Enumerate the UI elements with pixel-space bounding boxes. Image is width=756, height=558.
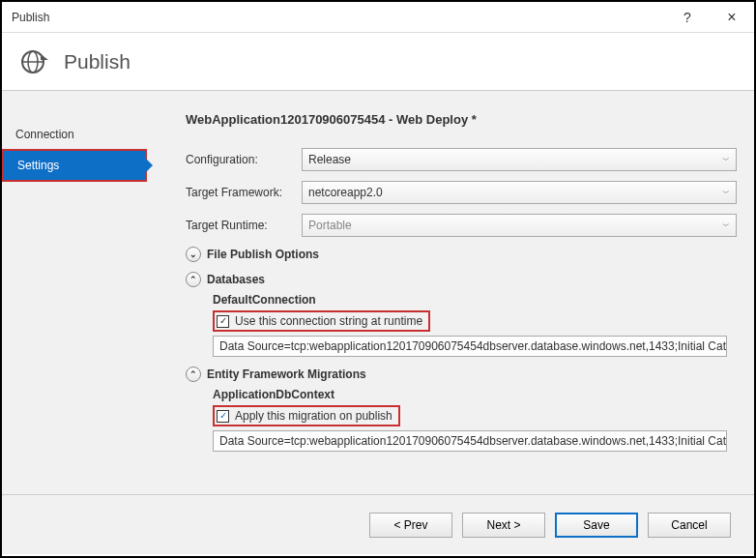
chevron-down-icon: ﹀ — [722, 188, 730, 198]
default-connection-title: DefaultConnection — [213, 293, 737, 307]
file-publish-title: File Publish Options — [207, 248, 319, 261]
ef-migrations-title: Entity Framework Migrations — [207, 367, 366, 381]
header-title: Publish — [64, 50, 131, 73]
databases-title: Databases — [207, 273, 265, 286]
dialog-body: Connection Settings WebApplication120170… — [2, 91, 754, 494]
use-connection-checkbox[interactable]: ✓ — [217, 315, 229, 328]
prev-button[interactable]: < Prev — [369, 513, 452, 538]
chevron-down-icon: ⌄ — [186, 247, 201, 262]
apply-migration-row[interactable]: ✓ Apply this migration on publish — [213, 405, 400, 426]
content-panel: WebApplication120170906075454 - Web Depl… — [147, 91, 754, 494]
use-connection-string-row[interactable]: ✓ Use this connection string at runtime — [213, 310, 430, 332]
sidebar: Connection Settings — [2, 91, 147, 494]
default-connection-input[interactable]: Data Source=tcp:webapplication1201709060… — [213, 336, 727, 357]
header: Publish — [2, 33, 754, 91]
window-title: Publish — [12, 11, 665, 24]
ef-migrations-section: ⌃ Entity Framework Migrations Applicatio… — [186, 367, 737, 452]
chevron-down-icon: ﹀ — [722, 220, 730, 231]
globe-publish-icon — [19, 46, 50, 77]
chevron-up-icon: ⌃ — [186, 367, 201, 382]
footer: < Prev Next > Save Cancel — [2, 494, 754, 554]
runtime-row: Target Runtime: Portable ﹀ — [186, 214, 737, 237]
runtime-value: Portable — [308, 219, 352, 232]
file-publish-header[interactable]: ⌄ File Publish Options — [186, 247, 737, 262]
configuration-select[interactable]: Release ﹀ — [302, 148, 737, 171]
nav-settings[interactable]: Settings — [2, 149, 147, 182]
framework-label: Target Framework: — [186, 186, 302, 199]
framework-select[interactable]: netcoreapp2.0 ﹀ — [302, 181, 737, 204]
configuration-value: Release — [308, 153, 351, 166]
configuration-row: Configuration: Release ﹀ — [186, 148, 737, 171]
apply-migration-checkbox[interactable]: ✓ — [217, 410, 229, 423]
close-button[interactable]: × — [710, 2, 754, 33]
databases-header[interactable]: ⌃ Databases — [186, 272, 737, 287]
app-dbcontext-input[interactable]: Data Source=tcp:webapplication1201709060… — [213, 430, 727, 452]
apply-migration-label: Apply this migration on publish — [235, 409, 393, 423]
use-connection-label: Use this connection string at runtime — [235, 314, 422, 328]
ef-migrations-header[interactable]: ⌃ Entity Framework Migrations — [186, 367, 737, 382]
app-dbcontext-group: ApplicationDbContext ✓ Apply this migrat… — [213, 388, 737, 452]
configuration-label: Configuration: — [186, 153, 302, 166]
chevron-up-icon: ⌃ — [186, 272, 201, 287]
default-connection-group: DefaultConnection ✓ Use this connection … — [213, 293, 737, 357]
databases-section: ⌃ Databases DefaultConnection ✓ Use this… — [186, 272, 737, 357]
help-button[interactable]: ? — [665, 2, 710, 33]
chevron-down-icon: ﹀ — [722, 155, 730, 165]
file-publish-section: ⌄ File Publish Options — [186, 247, 737, 262]
framework-row: Target Framework: netcoreapp2.0 ﹀ — [186, 181, 737, 204]
app-dbcontext-title: ApplicationDbContext — [213, 388, 737, 401]
runtime-select[interactable]: Portable ﹀ — [302, 214, 737, 237]
page-title: WebApplication120170906075454 - Web Depl… — [186, 112, 737, 127]
nav-connection[interactable]: Connection — [2, 120, 147, 149]
framework-value: netcoreapp2.0 — [308, 186, 383, 199]
runtime-label: Target Runtime: — [186, 219, 302, 232]
cancel-button[interactable]: Cancel — [648, 513, 731, 538]
save-button[interactable]: Save — [555, 513, 638, 538]
titlebar: Publish ? × — [2, 2, 754, 33]
next-button[interactable]: Next > — [462, 513, 545, 538]
